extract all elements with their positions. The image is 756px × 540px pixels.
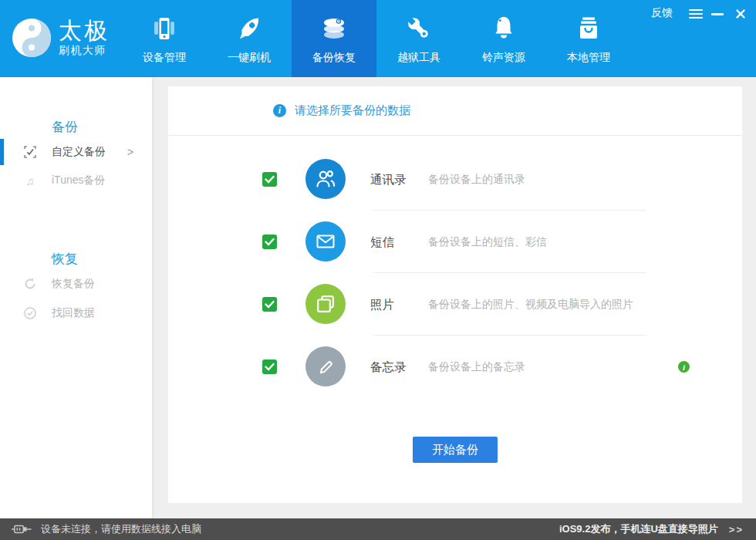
prompt-bar: i 请选择所要备份的数据	[168, 86, 742, 136]
sidebar-item-custom-backup[interactable]: 自定义备份 >	[0, 139, 152, 165]
photos-checkbox[interactable]	[262, 297, 277, 312]
nav-tab-jailbreak-tools[interactable]: 越狱工具	[376, 0, 461, 77]
sidebar-item-find-data[interactable]: 找回数据	[0, 300, 152, 326]
rocket-icon	[234, 13, 265, 44]
menu-icon[interactable]	[687, 7, 705, 21]
nav-tab-ringtone-resources[interactable]: 铃声资源	[461, 0, 546, 77]
phone-icon	[149, 13, 180, 44]
nav-label: 设备管理	[143, 51, 186, 65]
row-title: 照片	[370, 297, 394, 313]
nav-label: 一键刷机	[228, 51, 271, 65]
sidebar-section-backup: 备份	[52, 118, 78, 136]
row-title: 通讯录	[370, 172, 407, 188]
nav-label: 越狱工具	[397, 51, 440, 65]
photos-icon	[305, 284, 346, 324]
taiji-yinyang-icon	[12, 18, 52, 58]
logo-subtitle: 刷机大师	[59, 44, 110, 58]
sidebar-section-restore: 恢复	[52, 250, 78, 268]
music-note-icon: ♫	[23, 174, 37, 187]
nav-tab-backup-restore[interactable]: 备份恢复	[292, 0, 376, 77]
device-status-text: 设备未连接，请使用数据线接入电脑	[41, 522, 201, 536]
row-title: 备忘录	[370, 359, 407, 376]
backup-row-contacts: 通讯录 备份设备上的通讯录	[168, 148, 742, 211]
status-bar: 设备未连接，请使用数据线接入电脑 iOS9.2发布，手机连U盘直接导照片 >>	[0, 518, 756, 540]
sidebar-item-itunes-backup[interactable]: ♫ iTunes备份	[0, 167, 152, 194]
prompt-text: 请选择所要备份的数据	[295, 103, 410, 118]
sms-checkbox[interactable]	[262, 235, 277, 249]
contacts-checkbox[interactable]	[262, 172, 277, 187]
row-description: 备份设备上的短信、彩信	[428, 235, 547, 249]
row-title: 短信	[370, 235, 394, 251]
bell-icon	[488, 13, 519, 44]
row-description: 备份设备上的照片、视频及电脑导入的照片	[428, 298, 633, 312]
main-nav: 设备管理 一键刷机	[122, 0, 631, 77]
notes-info-icon[interactable]: i	[678, 361, 690, 373]
nav-label: 备份恢复	[312, 51, 356, 65]
sidebar-item-restore-backup[interactable]: 恢复备份	[0, 271, 152, 297]
usb-cable-icon	[12, 524, 32, 535]
refresh-icon	[23, 277, 37, 291]
wrench-icon	[403, 13, 434, 44]
nav-tab-local-manage[interactable]: 本地管理	[546, 0, 631, 77]
sidebar: 备份 自定义备份 > ♫ iTunes备份 恢复 恢复备份	[0, 77, 152, 518]
nav-label: 铃声资源	[482, 51, 525, 65]
nav-tab-one-click-flash[interactable]: 一键刷机	[207, 0, 292, 77]
pencil-icon	[305, 346, 346, 386]
backup-item-list: 通讯录 备份设备上的通讯录 短信 备份设备上的短信、彩信	[168, 136, 742, 398]
close-icon[interactable]	[731, 7, 750, 21]
nav-tab-device-manage[interactable]: 设备管理	[122, 0, 207, 77]
sidebar-item-label: 恢复备份	[52, 277, 95, 291]
backup-row-notes: 备忘录 备份设备上的备忘录 i	[168, 336, 742, 398]
sidebar-item-label: 找回数据	[52, 306, 95, 320]
backup-row-photos: 照片 备份设备上的照片、视频及电脑导入的照片	[168, 273, 742, 336]
feedback-link[interactable]: 反馈	[651, 6, 673, 20]
row-description: 备份设备上的备忘录	[428, 360, 525, 374]
sidebar-item-label: 自定义备份	[52, 145, 106, 159]
start-backup-button[interactable]: 开始备份	[413, 437, 498, 463]
logo-title: 太极	[59, 19, 110, 43]
database-icon	[319, 13, 349, 44]
contacts-icon	[305, 159, 346, 199]
minimize-icon[interactable]	[708, 7, 727, 21]
app-header: 太极 刷机大师 设备管理	[0, 0, 756, 77]
news-ticker-text[interactable]: iOS9.2发布，手机连U盘直接导照片	[559, 522, 718, 536]
row-description: 备份设备上的通讯录	[428, 173, 525, 187]
sidebar-item-label: iTunes备份	[52, 174, 106, 187]
news-more-arrows[interactable]: >>	[729, 524, 744, 535]
backup-panel: i 请选择所要备份的数据 通讯录 备份设备上的通讯录	[168, 86, 742, 503]
app-logo: 太极 刷机大师	[12, 18, 110, 58]
notes-checkbox[interactable]	[262, 359, 277, 374]
envelope-icon	[305, 221, 346, 262]
info-icon: i	[273, 104, 286, 117]
nav-label: 本地管理	[567, 51, 610, 65]
check-circle-icon	[23, 306, 37, 320]
chevron-right-icon: >	[127, 146, 133, 158]
checkbox-list-icon	[23, 145, 37, 159]
box-icon	[573, 13, 604, 44]
backup-row-sms: 短信 备份设备上的短信、彩信	[168, 211, 742, 273]
